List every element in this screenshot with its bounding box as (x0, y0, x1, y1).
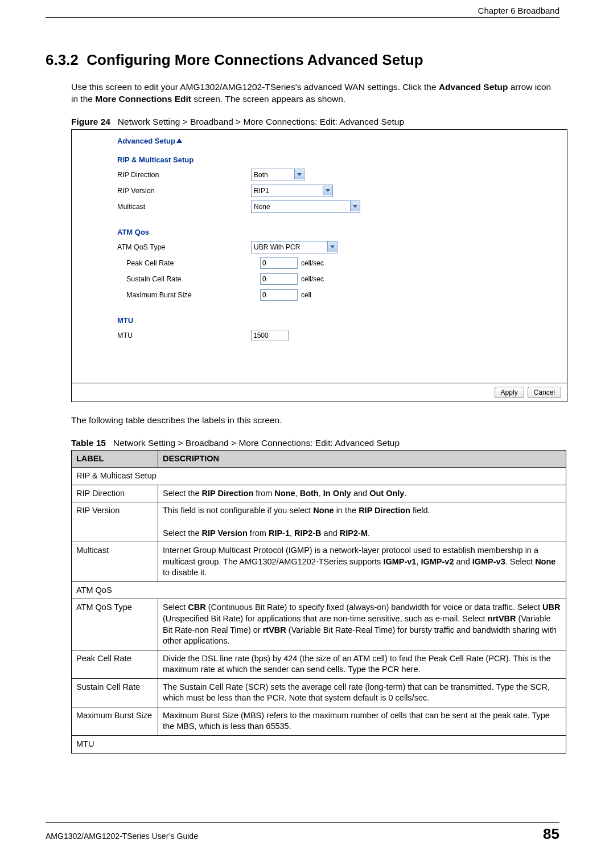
section-atm-qos: ATM Qos (117, 228, 558, 236)
unit-text: cell/sec (301, 275, 324, 283)
chapter-header: Chapter 6 Broadband (478, 6, 559, 15)
label-peak-cell-rate: Peak Cell Rate (117, 259, 260, 267)
section-title: Configuring More Connections Advanced Se… (87, 51, 423, 68)
cell-desc: Maximum Burst Size (MBS) refers to the m… (158, 707, 566, 735)
group-row: RIP & Multicast Setup (72, 468, 566, 485)
cell-label: RIP Version (72, 502, 158, 542)
select-value: None (254, 203, 270, 211)
label-sustain-cell-rate: Sustain Cell Rate (117, 275, 260, 283)
input-value: 0 (262, 291, 266, 299)
footer-rule (46, 822, 559, 823)
footer-guide: AMG1302/AMG1202-TSeries User’s Guide (46, 832, 198, 841)
cell-desc: The Sustain Cell Rate (SCR) sets the ave… (158, 678, 566, 707)
cell-desc: Divide the DSL line rate (bps) by 424 (t… (158, 650, 566, 678)
panel-title[interactable]: Advanced Setup (117, 137, 558, 145)
input-value: 0 (262, 275, 266, 283)
cell-label: Multicast (72, 542, 158, 582)
chevron-down-icon (350, 201, 360, 211)
cell-desc: Select the RIP Direction from None, Both… (158, 485, 566, 502)
cell-label: RIP Direction (72, 485, 158, 502)
collapse-icon (176, 138, 182, 143)
select-rip-direction[interactable]: Both (251, 169, 304, 181)
cell-label: Maximum Burst Size (72, 707, 158, 735)
cell-label: Sustain Cell Rate (72, 678, 158, 707)
unit-text: cell (301, 291, 311, 299)
advanced-setup-screenshot: Advanced Setup RIP & Multicast Setup RIP… (71, 129, 567, 402)
select-rip-version[interactable]: RIP1 (251, 185, 333, 197)
label-multicast: Multicast (117, 203, 251, 211)
figure-title: Network Setting > Broadband > More Conne… (118, 117, 404, 126)
label-atm-qos-type: ATM QoS Type (117, 243, 251, 251)
label-rip-direction: RIP Direction (117, 171, 251, 179)
input-value: 0 (262, 259, 266, 267)
section-number: 6.3.2 (46, 51, 79, 68)
header-rule (46, 17, 559, 18)
select-multicast[interactable]: None (251, 200, 360, 213)
unit-text: cell/sec (301, 259, 324, 267)
th-description: DESCRIPTION (158, 450, 566, 468)
table-intro: The following table describes the labels… (71, 415, 559, 427)
chevron-down-icon (294, 169, 304, 179)
description-table: LABEL DESCRIPTION RIP & Multicast Setup … (71, 450, 566, 754)
group-row: ATM QoS (72, 582, 566, 599)
table-label: Table 15 (71, 438, 106, 448)
chevron-down-icon (327, 241, 337, 252)
th-label: LABEL (72, 450, 158, 468)
select-value: UBR With PCR (254, 243, 300, 251)
cancel-button[interactable]: Cancel (528, 387, 561, 398)
cell-desc: Internet Group Multicast Protocol (IGMP)… (158, 542, 566, 582)
input-sustain-cell-rate[interactable]: 0 (260, 273, 298, 285)
figure-caption: Figure 24 Network Setting > Broadband > … (71, 117, 559, 127)
input-max-burst-size[interactable]: 0 (260, 289, 298, 301)
cell-label: Peak Cell Rate (72, 650, 158, 678)
section-heading: 6.3.2 Configuring More Connections Advan… (46, 51, 559, 69)
label-rip-version: RIP Version (117, 187, 251, 195)
label-max-burst-size: Maximum Burst Size (117, 291, 260, 299)
text-bold: More Connections Edit (95, 94, 191, 104)
group-row: MTU (72, 736, 566, 754)
cell-desc: Select CBR (Continuous Bit Rate) to spec… (158, 599, 566, 650)
text: Use this screen to edit your AMG1302/AMG… (71, 82, 439, 92)
section-mtu: MTU (117, 316, 558, 325)
cell-desc: This field is not configurable if you se… (158, 502, 566, 542)
page-number: 85 (543, 825, 559, 843)
figure-label: Figure 24 (71, 117, 110, 126)
intro-paragraph: Use this screen to edit your AMG1302/AMG… (71, 81, 559, 105)
table-caption: Table 15 Network Setting > Broadband > M… (71, 438, 559, 448)
input-mtu[interactable]: 1500 (251, 330, 289, 341)
table-title: Network Setting > Broadband > More Conne… (113, 438, 400, 448)
select-value: RIP1 (254, 187, 269, 195)
select-atm-qos-type[interactable]: UBR With PCR (251, 241, 338, 253)
input-peak-cell-rate[interactable]: 0 (260, 257, 298, 269)
input-value: 1500 (253, 331, 269, 339)
label-mtu: MTU (117, 331, 251, 339)
chevron-down-icon (323, 185, 332, 195)
text-bold: Advanced Setup (439, 82, 508, 92)
text: screen. The screen appears as shown. (191, 94, 345, 104)
cell-label: ATM QoS Type (72, 599, 158, 650)
apply-button[interactable]: Apply (495, 387, 524, 398)
panel-title-text: Advanced Setup (117, 137, 175, 145)
select-value: Both (254, 171, 268, 179)
section-rip-multicast: RIP & Multicast Setup (117, 155, 558, 164)
